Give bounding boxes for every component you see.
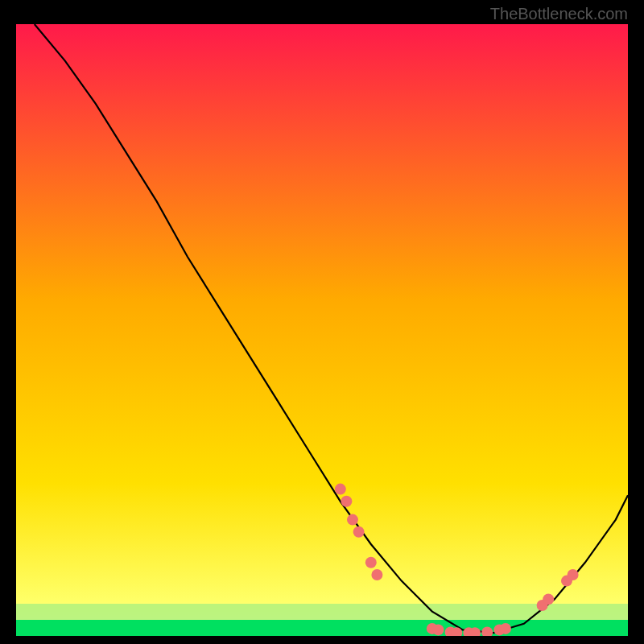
gradient-background: [16, 24, 628, 636]
green-band: [16, 620, 628, 636]
data-marker: [365, 557, 377, 568]
data-marker: [347, 514, 358, 526]
data-marker: [371, 569, 382, 580]
data-marker: [568, 569, 579, 580]
data-marker: [543, 593, 554, 605]
watermark-text: TheBottleneck.com: [490, 5, 628, 23]
data-marker: [341, 496, 352, 507]
data-marker: [500, 623, 511, 634]
chart-area: [16, 24, 628, 636]
data-marker: [353, 526, 365, 538]
green-band-fade: [16, 604, 628, 620]
data-marker: [335, 484, 346, 495]
data-marker: [432, 624, 444, 635]
chart-svg: [16, 24, 628, 636]
